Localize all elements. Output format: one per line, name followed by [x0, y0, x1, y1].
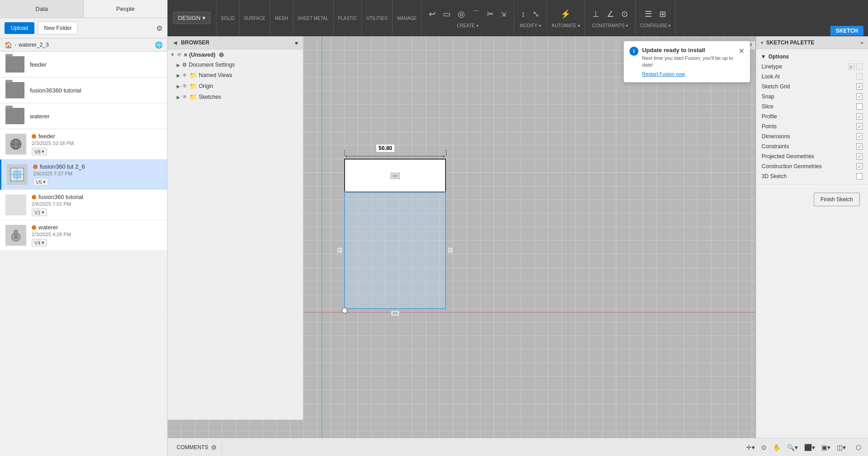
- new-folder-button[interactable]: New Folder: [38, 22, 77, 34]
- projected-geometries-checkbox[interactable]: [856, 153, 863, 160]
- file-version-badge[interactable]: V4 ▾: [32, 239, 47, 247]
- upload-button[interactable]: Upload: [5, 22, 34, 34]
- palette-collapse-button[interactable]: »: [860, 39, 863, 46]
- browser-toggle-button[interactable]: ◄: [172, 39, 178, 46]
- points-label: Points: [762, 123, 777, 130]
- folder-icon: [5, 56, 24, 73]
- palette-row-sketch-grid: Sketch Grid: [756, 82, 868, 92]
- restart-fusion-link[interactable]: Restart Fusion now: [642, 71, 735, 77]
- svg-rect-6: [14, 171, 20, 178]
- constraints-button[interactable]: ⊥: [590, 8, 602, 20]
- file-version-badge[interactable]: V8 ▾: [32, 148, 47, 155]
- browser-doc-settings-label: Document Settings: [189, 62, 235, 68]
- file-version-badge[interactable]: V1 ▾: [32, 209, 47, 216]
- zoom-button[interactable]: 🔍▾: [785, 442, 800, 452]
- display-button[interactable]: ▣▾: [819, 442, 833, 452]
- design-dropdown-arrow: ▾: [202, 15, 206, 21]
- tab-sketch[interactable]: SKETCH: [830, 26, 863, 36]
- browser-item-doc-settings[interactable]: ▶ ⚙ Document Settings: [168, 60, 303, 70]
- snap-checkbox[interactable]: [856, 93, 863, 100]
- canvas-area: TOP 50.80 ◄ ► ≡≡ ⊦ ⊦: [168, 36, 868, 438]
- browser-title: BROWSER: [181, 39, 210, 46]
- comments-settings-button[interactable]: ⚙: [211, 444, 217, 451]
- constraints-button3[interactable]: ⊙: [619, 8, 631, 20]
- browser-item-named-views[interactable]: ▶ 👁 📁 Named Views: [168, 70, 303, 81]
- constraint-left: ⊦: [337, 247, 343, 253]
- profile-checkbox[interactable]: [856, 113, 863, 120]
- options-section-title[interactable]: ▼ Options: [756, 52, 868, 62]
- orbit-button[interactable]: ⊙: [759, 442, 769, 452]
- globe-icon[interactable]: 🌐: [155, 41, 163, 49]
- status-icon[interactable]: ⬡: [854, 442, 863, 452]
- left-toolbar: Upload New Folder ⚙: [0, 18, 167, 39]
- pan-button[interactable]: ✋: [771, 442, 783, 452]
- dimensions-checkbox[interactable]: [856, 133, 863, 140]
- section-plastic: PLASTIC: [334, 0, 362, 36]
- expand-arrow-doc: ▶: [177, 63, 180, 68]
- palette-options-section: ▼ Options Linetype ▷ Look At: [756, 49, 868, 184]
- constraint-right: ⊦: [447, 247, 453, 253]
- folder-item-fusion[interactable]: fusion36360 tutorial: [0, 78, 167, 103]
- automate-button[interactable]: ⚡: [558, 8, 573, 20]
- palette-dot: ●: [761, 40, 763, 45]
- constraints-checkbox[interactable]: [856, 143, 863, 150]
- constraint-icon-center: ≡≡: [390, 173, 400, 179]
- scale-button[interactable]: ⤡: [530, 8, 542, 20]
- browser-item-origin[interactable]: ▶ 👁 📁 Origin: [168, 81, 303, 92]
- folder-icon-named: 📁: [189, 72, 197, 79]
- render-button[interactable]: ◫▾: [834, 442, 848, 452]
- file-item-waterer[interactable]: waterer 2/3/2025 4:26 PM V4 ▾: [0, 220, 167, 251]
- circle-button[interactable]: ◎: [455, 8, 468, 20]
- constraints-button2[interactable]: ∠: [604, 8, 617, 20]
- file-item-fusion360-tut[interactable]: fusion360 tut 2_6 2/6/2025 7:37 PM V5 ▾: [0, 160, 167, 190]
- slice-checkbox[interactable]: [856, 103, 863, 110]
- linetype-box-icon[interactable]: [856, 63, 863, 70]
- rectangle-button[interactable]: ▭: [440, 8, 453, 20]
- constraints-icon3: ⊙: [621, 9, 628, 19]
- sketch-grid-checkbox[interactable]: [856, 83, 863, 90]
- finish-sketch-button[interactable]: Finish Sketch: [814, 193, 860, 206]
- svg-point-9: [14, 235, 18, 239]
- lookat-icon[interactable]: [856, 73, 863, 80]
- move-button[interactable]: ↕: [518, 8, 528, 20]
- expand-arrow-named: ▶: [177, 73, 180, 78]
- browser-collapse-button[interactable]: ●: [295, 39, 298, 46]
- folder-icon: [5, 82, 24, 98]
- tab-data[interactable]: Data: [0, 0, 84, 18]
- dimension-value: 50.80: [376, 144, 395, 152]
- transform-button[interactable]: ✛▾: [744, 442, 757, 452]
- folder-item-waterer[interactable]: waterer: [0, 103, 167, 129]
- dim-arrow-left: ◄: [344, 154, 348, 158]
- browser-item-unsaved[interactable]: ▼ 👁 ■ (Unsaved): [168, 49, 303, 60]
- folder-name: feeder: [30, 61, 47, 68]
- close-notification-button[interactable]: ✕: [739, 47, 744, 55]
- 3d-sketch-checkbox[interactable]: [856, 173, 863, 179]
- construction-geometries-checkbox[interactable]: [856, 163, 863, 170]
- design-dropdown-button[interactable]: DESIGN ▾: [173, 12, 211, 24]
- fillet-button[interactable]: ⌒: [470, 8, 482, 20]
- notification-content: Update ready to install Next time you st…: [642, 47, 735, 77]
- view-cube-button[interactable]: ⬛▾: [802, 442, 817, 452]
- browser-named-views-label: Named Views: [199, 72, 232, 78]
- constraints-label: Constraints: [762, 143, 789, 150]
- settings-gear-button[interactable]: ⚙: [156, 24, 163, 33]
- section-utilities: UTILITIES: [362, 0, 393, 36]
- automate-section-label: AUTOMATE ▾: [551, 23, 580, 28]
- browser-item-sketches[interactable]: ▶ 👁 📁 Sketches: [168, 92, 303, 102]
- tab-people[interactable]: People: [84, 0, 167, 18]
- file-item-feeder[interactable]: feeder 2/3/2025 10:18 PM V8 ▾: [0, 129, 167, 160]
- points-checkbox[interactable]: [856, 123, 863, 130]
- file-item-fusion360-tutorial[interactable]: fusion360 tutorial 2/6/2025 7:01 PM V1 ▾: [0, 190, 167, 220]
- notification-header: i Update ready to install Next time you …: [629, 47, 744, 77]
- bottom-bar: COMMENTS ⚙ ✛▾ ⊙ ✋ 🔍▾ ⬛▾ ▣▾ ◫▾ ⬡: [168, 438, 868, 456]
- offset-button[interactable]: ⇲: [498, 9, 509, 19]
- trim-button[interactable]: ✂: [484, 8, 496, 20]
- status-dot: [32, 225, 36, 230]
- linetype-triangle-icon[interactable]: ▷: [848, 63, 854, 70]
- configure-button2[interactable]: ⊞: [657, 8, 669, 20]
- folder-item-feeder[interactable]: feeder: [0, 52, 167, 78]
- undo-button[interactable]: ↩: [426, 8, 438, 20]
- configure-button[interactable]: ☰: [642, 8, 655, 20]
- home-icon[interactable]: 🏠: [5, 41, 12, 49]
- file-version-badge[interactable]: V5 ▾: [33, 178, 48, 186]
